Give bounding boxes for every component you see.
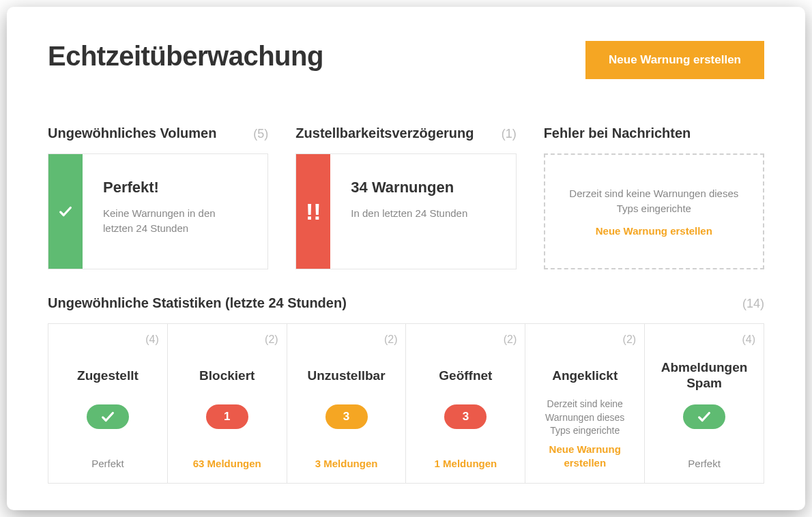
stat-card[interactable]: 2Blockiert163 Meldungen — [167, 323, 287, 484]
stats-count: 14 — [742, 297, 764, 311]
section-errors-title: Fehler bei Nachrichten — [544, 125, 691, 141]
stat-count: 4 — [742, 334, 755, 346]
monitoring-card: Echtzeitüberwachung Neue Warnung erstell… — [7, 7, 805, 510]
stat-name: Angeklickt — [552, 359, 618, 392]
new-alert-button[interactable]: Neue Warnung erstellen — [585, 41, 764, 79]
section-delay-title: Zustellbarkeitsverzögerung — [295, 125, 474, 141]
section-volume-title: Ungewöhnliches Volumen — [48, 125, 216, 141]
stat-card[interactable]: 4ZugestelltPerfekt — [48, 323, 167, 484]
stat-count: 2 — [265, 334, 278, 346]
header: Echtzeitüberwachung Neue Warnung erstell… — [48, 41, 764, 79]
delay-status-sub: In den letzten 24 Stunden — [351, 206, 495, 221]
stat-count: 2 — [384, 334, 398, 346]
stat-new-alert-link[interactable]: Neue Warnung erstellen — [534, 443, 636, 469]
check-icon — [48, 154, 83, 269]
section-volume-header: Ungewöhnliches Volumen 5 — [48, 125, 268, 141]
stat-card[interactable]: 2AngeklicktDerzeit sind keine Warnungen … — [525, 323, 644, 484]
section-errors-header: Fehler bei Nachrichten — [544, 125, 764, 141]
stat-footer: 3 Meldungen — [315, 458, 378, 469]
stat-footer: Perfekt — [688, 458, 721, 469]
stat-footer: Perfekt — [91, 458, 124, 469]
stat-name: Unzustellbar — [308, 359, 386, 392]
delay-status-title: 34 Warnungen — [351, 179, 495, 196]
section-delay-header: Zustellbarkeitsverzögerung 1 — [295, 125, 516, 141]
stat-pill: 1 — [206, 404, 248, 429]
errors-empty-card: Derzeit sind keine Warnungen dieses Typs… — [544, 153, 764, 269]
stats-title: Ungewöhnliche Statistiken (letzte 24 Stu… — [48, 295, 347, 311]
section-volume: Ungewöhnliches Volumen 5 Perfekt! Keine … — [48, 125, 268, 269]
stats-header: Ungewöhnliche Statistiken (letzte 24 Stu… — [48, 295, 764, 311]
stat-empty-text: Derzeit sind keine Warnungen dieses Typs… — [534, 398, 636, 438]
stat-footer: 1 Meldungen — [435, 458, 497, 469]
section-delay: Zustellbarkeitsverzögerung 1 !! 34 Warnu… — [295, 125, 516, 269]
volume-status-body: Perfekt! Keine Warnungen in den letzten … — [83, 154, 267, 269]
errors-new-alert-link[interactable]: Neue Warnung erstellen — [596, 225, 712, 237]
section-volume-count: 5 — [253, 127, 268, 141]
alert-icon: !! — [296, 154, 330, 269]
stat-count: 4 — [145, 334, 159, 346]
stat-pill: 3 — [325, 404, 368, 429]
stat-card[interactable]: 4Abmeldungen SpamPerfekt — [644, 323, 764, 484]
page-title: Echtzeitüberwachung — [48, 41, 323, 72]
stat-card[interactable]: 2Geöffnet31 Meldungen — [405, 323, 525, 484]
volume-status-card[interactable]: Perfekt! Keine Warnungen in den letzten … — [48, 153, 268, 269]
stat-pill: 3 — [444, 404, 487, 429]
stat-count: 2 — [504, 334, 517, 346]
volume-status-sub: Keine Warnungen in den letzten 24 Stunde… — [103, 206, 247, 236]
stats-row: 4ZugestelltPerfekt2Blockiert163 Meldunge… — [48, 323, 764, 484]
section-delay-count: 1 — [502, 127, 517, 141]
delay-status-body: 34 Warnungen In den letzten 24 Stunden — [330, 154, 515, 269]
stat-name: Zugestellt — [77, 359, 139, 392]
stat-footer: 63 Meldungen — [193, 458, 261, 469]
check-icon — [87, 404, 129, 429]
volume-status-title: Perfekt! — [103, 179, 247, 196]
section-errors: Fehler bei Nachrichten Derzeit sind kein… — [544, 125, 764, 269]
stat-name: Abmeldungen Spam — [653, 359, 755, 392]
stat-card[interactable]: 2Unzustellbar33 Meldungen — [287, 323, 406, 484]
check-icon — [683, 404, 725, 429]
stat-count: 2 — [623, 334, 637, 346]
top-sections: Ungewöhnliches Volumen 5 Perfekt! Keine … — [48, 125, 764, 269]
delay-status-card[interactable]: !! 34 Warnungen In den letzten 24 Stunde… — [295, 153, 516, 269]
errors-empty-text: Derzeit sind keine Warnungen dieses Typs… — [566, 186, 742, 216]
stat-name: Blockiert — [199, 359, 255, 392]
stat-name: Geöffnet — [439, 359, 492, 392]
